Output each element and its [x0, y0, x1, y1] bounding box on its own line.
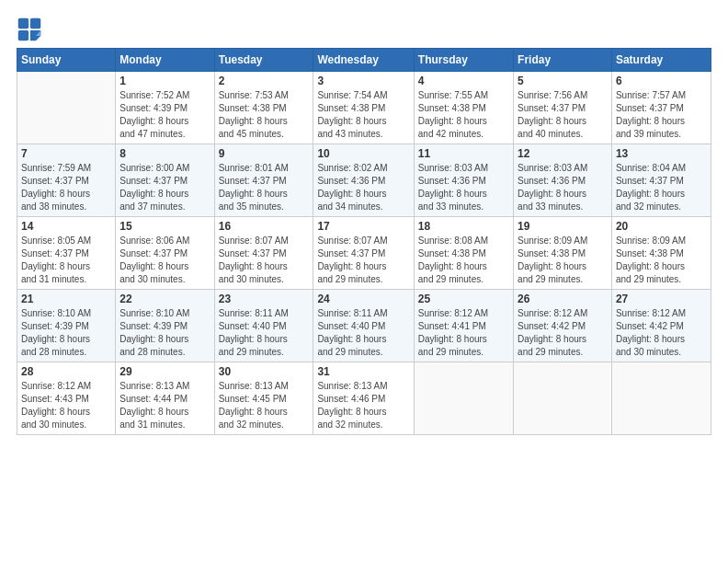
day-number: 11	[418, 147, 509, 160]
calendar-cell: 4Sunrise: 7:55 AM Sunset: 4:38 PM Daylig…	[414, 72, 513, 144]
calendar-cell: 11Sunrise: 8:03 AM Sunset: 4:36 PM Dayli…	[414, 144, 513, 217]
day-number: 31	[317, 365, 409, 378]
day-number: 25	[418, 293, 509, 305]
day-number: 8	[119, 147, 210, 160]
weekday-tuesday: Tuesday	[214, 49, 313, 72]
calendar-cell: 12Sunrise: 8:03 AM Sunset: 4:36 PM Dayli…	[514, 144, 612, 217]
calendar-cell: 19Sunrise: 8:09 AM Sunset: 4:38 PM Dayli…	[514, 217, 612, 290]
calendar-cell	[17, 72, 116, 144]
weekday-monday: Monday	[116, 49, 214, 72]
day-info: Sunrise: 8:11 AM Sunset: 4:40 PM Dayligh…	[317, 307, 409, 359]
day-info: Sunrise: 8:06 AM Sunset: 4:37 PM Dayligh…	[119, 235, 210, 286]
calendar-cell: 21Sunrise: 8:10 AM Sunset: 4:39 PM Dayli…	[17, 290, 116, 362]
calendar-cell	[414, 362, 513, 435]
day-number: 16	[219, 220, 310, 233]
day-number: 4	[418, 75, 509, 87]
calendar-cell: 24Sunrise: 8:11 AM Sunset: 4:40 PM Dayli…	[313, 290, 414, 362]
day-info: Sunrise: 8:02 AM Sunset: 4:36 PM Dayligh…	[317, 162, 409, 213]
calendar-cell: 7Sunrise: 7:59 AM Sunset: 4:37 PM Daylig…	[17, 144, 116, 217]
day-number: 13	[616, 147, 707, 160]
day-info: Sunrise: 8:10 AM Sunset: 4:39 PM Dayligh…	[21, 307, 111, 359]
day-info: Sunrise: 8:00 AM Sunset: 4:37 PM Dayligh…	[119, 162, 210, 213]
weekday-wednesday: Wednesday	[313, 49, 414, 72]
day-number: 9	[219, 147, 310, 160]
calendar-cell: 3Sunrise: 7:54 AM Sunset: 4:38 PM Daylig…	[313, 72, 414, 144]
calendar-cell: 28Sunrise: 8:12 AM Sunset: 4:43 PM Dayli…	[17, 362, 116, 435]
calendar-week-3: 14Sunrise: 8:05 AM Sunset: 4:37 PM Dayli…	[17, 217, 711, 290]
day-info: Sunrise: 8:11 AM Sunset: 4:40 PM Dayligh…	[219, 307, 310, 359]
day-info: Sunrise: 8:08 AM Sunset: 4:38 PM Dayligh…	[418, 235, 509, 286]
day-info: Sunrise: 8:01 AM Sunset: 4:37 PM Dayligh…	[219, 162, 310, 213]
calendar-cell: 20Sunrise: 8:09 AM Sunset: 4:38 PM Dayli…	[611, 217, 711, 290]
calendar-cell: 27Sunrise: 8:12 AM Sunset: 4:42 PM Dayli…	[611, 290, 711, 362]
day-info: Sunrise: 8:07 AM Sunset: 4:37 PM Dayligh…	[219, 235, 310, 286]
day-info: Sunrise: 8:13 AM Sunset: 4:46 PM Dayligh…	[317, 380, 409, 431]
calendar-cell: 23Sunrise: 8:11 AM Sunset: 4:40 PM Dayli…	[214, 290, 313, 362]
day-info: Sunrise: 7:59 AM Sunset: 4:37 PM Dayligh…	[21, 162, 111, 213]
day-info: Sunrise: 8:04 AM Sunset: 4:37 PM Dayligh…	[616, 162, 707, 213]
calendar-cell: 10Sunrise: 8:02 AM Sunset: 4:36 PM Dayli…	[313, 144, 414, 217]
logo-icon	[17, 17, 42, 42]
day-number: 10	[317, 147, 409, 160]
calendar-cell: 18Sunrise: 8:08 AM Sunset: 4:38 PM Dayli…	[414, 217, 513, 290]
day-info: Sunrise: 8:12 AM Sunset: 4:42 PM Dayligh…	[518, 307, 608, 359]
day-number: 2	[219, 75, 310, 87]
day-info: Sunrise: 8:12 AM Sunset: 4:43 PM Dayligh…	[21, 380, 111, 431]
calendar-cell: 1Sunrise: 7:52 AM Sunset: 4:39 PM Daylig…	[116, 72, 214, 144]
weekday-header-row: SundayMondayTuesdayWednesdayThursdayFrid…	[17, 49, 711, 72]
calendar-cell: 9Sunrise: 8:01 AM Sunset: 4:37 PM Daylig…	[214, 144, 313, 217]
weekday-thursday: Thursday	[414, 49, 513, 72]
day-number: 20	[616, 220, 707, 233]
day-number: 7	[21, 147, 111, 160]
day-info: Sunrise: 7:55 AM Sunset: 4:38 PM Dayligh…	[418, 89, 509, 141]
day-info: Sunrise: 8:12 AM Sunset: 4:41 PM Dayligh…	[418, 307, 509, 359]
calendar-cell: 5Sunrise: 7:56 AM Sunset: 4:37 PM Daylig…	[514, 72, 612, 144]
day-number: 1	[119, 75, 210, 87]
day-info: Sunrise: 8:13 AM Sunset: 4:45 PM Dayligh…	[219, 380, 310, 431]
calendar-cell: 29Sunrise: 8:13 AM Sunset: 4:44 PM Dayli…	[116, 362, 214, 435]
day-number: 23	[219, 293, 310, 305]
calendar-cell: 16Sunrise: 8:07 AM Sunset: 4:37 PM Dayli…	[214, 217, 313, 290]
day-number: 19	[518, 220, 608, 233]
day-number: 26	[518, 293, 608, 305]
logo	[17, 17, 46, 42]
calendar-cell: 26Sunrise: 8:12 AM Sunset: 4:42 PM Dayli…	[514, 290, 612, 362]
day-info: Sunrise: 7:53 AM Sunset: 4:38 PM Dayligh…	[219, 89, 310, 141]
day-number: 28	[21, 365, 111, 378]
day-number: 24	[317, 293, 409, 305]
calendar-week-2: 7Sunrise: 7:59 AM Sunset: 4:37 PM Daylig…	[17, 144, 711, 217]
day-info: Sunrise: 8:13 AM Sunset: 4:44 PM Dayligh…	[119, 380, 210, 431]
calendar-cell	[611, 362, 711, 435]
day-info: Sunrise: 8:03 AM Sunset: 4:36 PM Dayligh…	[418, 162, 509, 213]
day-number: 29	[119, 365, 210, 378]
day-number: 18	[418, 220, 509, 233]
day-info: Sunrise: 8:10 AM Sunset: 4:39 PM Dayligh…	[119, 307, 210, 359]
day-info: Sunrise: 8:09 AM Sunset: 4:38 PM Dayligh…	[518, 235, 608, 286]
calendar-week-1: 1Sunrise: 7:52 AM Sunset: 4:39 PM Daylig…	[17, 72, 711, 144]
day-info: Sunrise: 7:54 AM Sunset: 4:38 PM Dayligh…	[317, 89, 409, 141]
weekday-friday: Friday	[514, 49, 612, 72]
day-number: 30	[219, 365, 310, 378]
day-info: Sunrise: 7:56 AM Sunset: 4:37 PM Dayligh…	[518, 89, 608, 141]
calendar-cell: 30Sunrise: 8:13 AM Sunset: 4:45 PM Dayli…	[214, 362, 313, 435]
calendar-cell: 6Sunrise: 7:57 AM Sunset: 4:37 PM Daylig…	[611, 72, 711, 144]
day-info: Sunrise: 8:09 AM Sunset: 4:38 PM Dayligh…	[616, 235, 707, 286]
day-info: Sunrise: 7:52 AM Sunset: 4:39 PM Dayligh…	[119, 89, 210, 141]
calendar-cell: 2Sunrise: 7:53 AM Sunset: 4:38 PM Daylig…	[214, 72, 313, 144]
day-number: 14	[21, 220, 111, 233]
calendar-cell: 13Sunrise: 8:04 AM Sunset: 4:37 PM Dayli…	[611, 144, 711, 217]
page: SundayMondayTuesdayWednesdayThursdayFrid…	[0, 0, 728, 563]
day-number: 17	[317, 220, 409, 233]
day-info: Sunrise: 8:03 AM Sunset: 4:36 PM Dayligh…	[518, 162, 608, 213]
day-number: 5	[518, 75, 608, 87]
day-info: Sunrise: 7:57 AM Sunset: 4:37 PM Dayligh…	[616, 89, 707, 141]
calendar-cell: 15Sunrise: 8:06 AM Sunset: 4:37 PM Dayli…	[116, 217, 214, 290]
svg-rect-1	[30, 18, 40, 29]
day-number: 21	[21, 293, 111, 305]
day-info: Sunrise: 8:07 AM Sunset: 4:37 PM Dayligh…	[317, 235, 409, 286]
weekday-sunday: Sunday	[17, 49, 116, 72]
calendar-cell: 25Sunrise: 8:12 AM Sunset: 4:41 PM Dayli…	[414, 290, 513, 362]
svg-rect-0	[18, 18, 28, 29]
day-number: 15	[119, 220, 210, 233]
day-number: 6	[616, 75, 707, 87]
